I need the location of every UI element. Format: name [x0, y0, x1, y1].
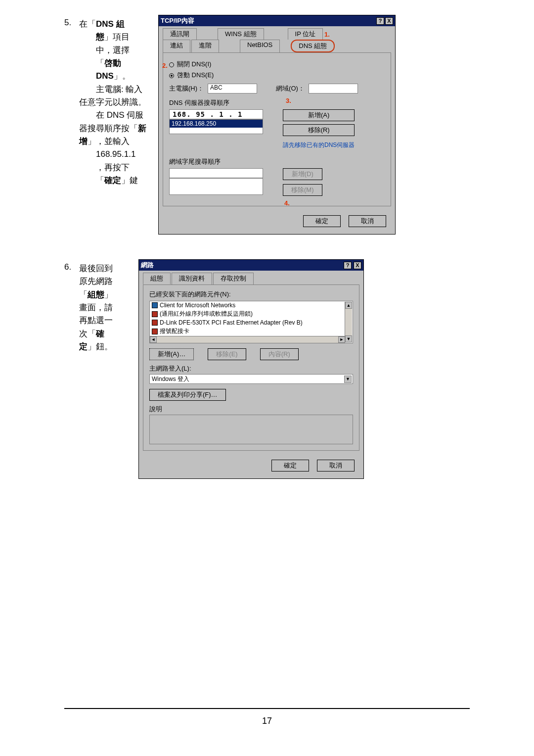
description-label: 說明 — [149, 405, 353, 414]
tab-gateway[interactable]: 通訊閘 — [163, 28, 197, 40]
t: 「 — [96, 58, 104, 68]
t: 主電腦: 輸入 — [96, 85, 142, 94]
adapter-icon — [152, 329, 158, 334]
client-icon — [152, 302, 158, 308]
t: 態 — [96, 32, 104, 42]
titlebar: TCP/IP內容 ? X — [159, 15, 395, 26]
t: 「 — [96, 176, 104, 185]
step5-number: 5. — [64, 15, 79, 28]
t: 組態 — [88, 290, 104, 299]
list-item[interactable]: D-Link DFE-530TX PCI Fast Ethernet Adapt… — [150, 319, 353, 327]
file-print-share-button[interactable]: 檔案及列印分享(F)… — [149, 389, 226, 401]
scrollbar-horizontal[interactable]: ◄► — [150, 336, 345, 343]
t: 次「 — [79, 329, 96, 338]
t: DNS 組 — [96, 19, 125, 29]
t: 再點選一 — [79, 316, 113, 325]
adapter-icon — [152, 311, 158, 317]
label: 啓動 DNS(E) — [177, 71, 214, 79]
combo-value: Windows 登入 — [152, 375, 189, 383]
t: 畫面，請 — [79, 303, 113, 312]
chevron-down-icon[interactable]: ▼ — [345, 335, 352, 342]
network-dialog: 網路 ? X 組態 識別資料 存取控制 已經安裝下面的網路元件(N): Clie… — [138, 259, 364, 479]
dns-listbox[interactable]: 192.168.168.250 — [169, 119, 263, 134]
t: 168.95.1.1 — [96, 149, 135, 159]
tcpip-dialog: TCP/IP內容 ? X 通訊閘 WINS 組態 IP 位址 連結 進階 Net… — [158, 15, 396, 235]
ok-button[interactable]: 確定 — [271, 460, 309, 472]
add-button[interactable]: 新增(A)… — [149, 348, 194, 360]
chevron-right-icon[interactable]: ► — [338, 336, 345, 343]
t: 」 — [104, 290, 113, 299]
t: 」鍵 — [121, 176, 138, 185]
t: 新 — [138, 124, 146, 133]
tab-dns[interactable]: DNS 組態 — [291, 40, 335, 52]
adapter-icon — [152, 320, 158, 326]
domain-input[interactable] — [309, 84, 358, 94]
tab-access[interactable]: 存取控制 — [213, 273, 254, 284]
t: 」鈕。 — [88, 342, 113, 351]
ok-button[interactable]: 確定 — [303, 215, 341, 227]
suffix-add-button[interactable]: 新增(D) — [283, 168, 322, 180]
help-icon[interactable]: ? — [376, 17, 384, 25]
titlebar: 網路 ? X — [139, 260, 363, 271]
suffix-input[interactable] — [169, 168, 263, 178]
step5-text: 在「DNS 組 態」項目 中，選擇 「啓動 DNS」。 主電腦: 輸入 任意字元… — [79, 15, 158, 187]
label: 關閉 DNS(I) — [177, 60, 211, 68]
primary-logon-combo[interactable]: Windows 登入 ▼ — [149, 374, 353, 384]
radio-dns-off[interactable]: 關閉 DNS(I) — [169, 60, 385, 69]
dns-remove-button[interactable]: 移除(R) — [283, 124, 355, 136]
annotation-2: 2. — [162, 62, 168, 69]
t: 」，並輸入 — [88, 137, 130, 146]
radio-dns-on[interactable]: 啓動 DNS(E) — [169, 71, 385, 80]
step6-text: 最後回到 原先網路 「組態」 畫面，請 再點選一 次「確 定」鈕。 — [79, 259, 138, 353]
label: Client for Microsoft Networks — [160, 302, 235, 309]
dns-list-item[interactable]: 192.168.168.250 — [170, 120, 263, 128]
tab-wins[interactable]: WINS 組態 — [218, 28, 264, 40]
chevron-down-icon[interactable]: ▼ — [344, 376, 352, 383]
close-icon[interactable]: X — [354, 262, 361, 269]
host-input[interactable]: ABC — [208, 84, 257, 94]
installed-label: 已經安裝下面的網路元件(N): — [149, 290, 353, 299]
dns-tabpanel: 2. 關閉 DNS(I) 啓動 DNS(E) 主電腦(H)： ABC 網域(O)… — [163, 52, 391, 206]
t: ，再按下 — [96, 163, 130, 172]
suffix-listbox[interactable] — [169, 178, 263, 195]
t: 在「 — [79, 19, 96, 29]
t: 最後回到 — [79, 264, 113, 273]
tab-netbios[interactable]: NetBIOS — [240, 40, 280, 52]
primary-logon-label: 主網路登入(L): — [149, 364, 353, 373]
tab-bindings[interactable]: 連結 — [163, 40, 190, 52]
host-label: 主電腦(H)： — [169, 84, 204, 93]
suffix-remove-button[interactable]: 移除(M) — [283, 184, 322, 196]
dns-ip-input[interactable]: 168. 95 . 1 . 1 — [169, 109, 263, 119]
t: 增 — [79, 137, 88, 146]
t: DNS — [96, 71, 114, 81]
help-icon[interactable]: ? — [344, 262, 352, 269]
cancel-button[interactable]: 取消 — [349, 215, 386, 227]
components-listbox[interactable]: Client for Microsoft Networks (通用紅外線序列埠或… — [149, 301, 353, 343]
label: (通用紅外線序列埠或軟體反盜用鎖) — [160, 310, 253, 318]
scrollbar-vertical[interactable]: ▲▼ — [345, 302, 352, 342]
tab-advanced[interactable]: 進階 — [191, 40, 219, 52]
label: D-Link DFE-530TX PCI Fast Ethernet Adapt… — [160, 319, 303, 326]
t: 」。 — [114, 71, 131, 81]
dialog-title: 網路 — [141, 261, 343, 270]
list-item[interactable]: 撥號配接卡 — [150, 327, 353, 336]
tab-config[interactable]: 組態 — [143, 273, 171, 284]
tab-ip[interactable]: IP 位址 — [288, 28, 323, 40]
radio-icon — [169, 62, 174, 67]
t: 確定 — [104, 176, 121, 185]
chevron-up-icon[interactable]: ▲ — [345, 302, 352, 309]
tab-identify[interactable]: 識別資料 — [172, 273, 212, 284]
annotation-4: 4. — [284, 199, 290, 207]
t: 原先網路 — [79, 277, 113, 286]
remove-button[interactable]: 移除(E) — [208, 348, 246, 360]
cancel-button[interactable]: 取消 — [317, 460, 355, 472]
chevron-left-icon[interactable]: ◄ — [150, 336, 157, 343]
list-item[interactable]: (通用紅外線序列埠或軟體反盜用鎖) — [150, 309, 353, 319]
t: 定 — [79, 342, 88, 351]
radio-icon — [169, 73, 174, 78]
properties-button[interactable]: 內容(R) — [260, 348, 299, 360]
dns-add-button[interactable]: 新增(A) — [283, 109, 355, 121]
list-item[interactable]: Client for Microsoft Networks — [150, 301, 353, 309]
close-icon[interactable]: X — [385, 17, 393, 25]
t: 啓動 — [104, 58, 121, 68]
